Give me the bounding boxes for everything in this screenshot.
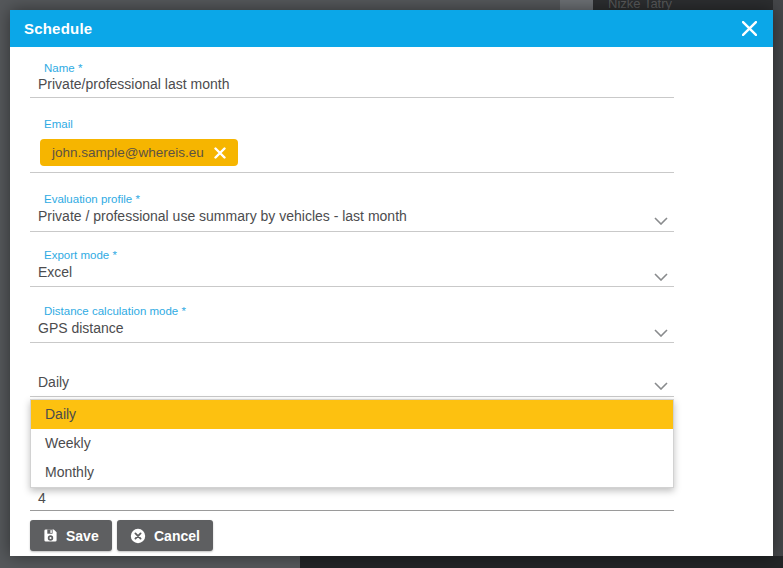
evaluation-profile-select[interactable]: Private / professional use summary by ve… xyxy=(38,208,407,224)
email-field-divider xyxy=(30,172,674,173)
required-mark: * xyxy=(181,305,185,317)
frequency-select[interactable]: Daily xyxy=(38,374,69,390)
frequency-divider xyxy=(30,396,674,397)
required-mark: * xyxy=(135,193,139,205)
email-chip[interactable]: john.sample@whereis.eu xyxy=(40,139,238,166)
cancel-button[interactable]: Cancel xyxy=(117,520,213,551)
dialog-header: Schedule xyxy=(10,10,773,47)
evaluation-profile-divider xyxy=(30,231,674,232)
interval-input[interactable]: 4 xyxy=(38,490,46,506)
cancel-button-label: Cancel xyxy=(154,528,200,544)
chevron-down-icon[interactable] xyxy=(654,323,668,341)
export-mode-divider xyxy=(30,286,674,287)
schedule-dialog: Schedule Name * Private/professional las… xyxy=(10,10,773,556)
evaluation-profile-label: Evaluation profile * xyxy=(44,193,140,205)
interval-field-divider xyxy=(30,510,674,511)
dropdown-option-weekly[interactable]: Weekly xyxy=(31,429,673,458)
dropdown-option-daily[interactable]: Daily xyxy=(31,400,673,429)
chevron-down-icon[interactable] xyxy=(654,267,668,285)
distance-calculation-mode-select[interactable]: GPS distance xyxy=(38,320,124,336)
name-input[interactable]: Private/professional last month xyxy=(38,76,229,92)
name-label: Name * xyxy=(44,62,82,74)
save-button[interactable]: Save xyxy=(30,520,112,551)
distance-calculation-mode-label: Distance calculation mode * xyxy=(44,305,186,317)
save-button-label: Save xyxy=(66,528,99,544)
close-icon[interactable] xyxy=(741,20,757,36)
save-floppy-icon xyxy=(43,528,58,543)
chevron-down-icon[interactable] xyxy=(654,376,668,394)
export-mode-select[interactable]: Excel xyxy=(38,264,72,280)
chevron-down-icon[interactable] xyxy=(654,211,668,229)
backdrop-light-square xyxy=(560,0,593,10)
required-mark: * xyxy=(112,249,116,261)
frequency-dropdown-list: Daily Weekly Monthly xyxy=(30,399,674,488)
email-label: Email xyxy=(44,118,73,130)
email-chip-value: john.sample@whereis.eu xyxy=(52,145,204,160)
distance-calculation-mode-divider xyxy=(30,342,674,343)
dropdown-option-monthly[interactable]: Monthly xyxy=(31,458,673,487)
cancel-circle-x-icon xyxy=(130,528,146,544)
required-mark: * xyxy=(78,62,82,74)
backdrop-bottom-strip xyxy=(300,556,783,568)
name-field-divider xyxy=(30,97,674,98)
remove-email-icon[interactable] xyxy=(214,147,226,159)
dialog-title: Schedule xyxy=(24,20,92,37)
export-mode-label: Export mode * xyxy=(44,249,117,261)
backdrop-right-strip xyxy=(773,0,783,568)
